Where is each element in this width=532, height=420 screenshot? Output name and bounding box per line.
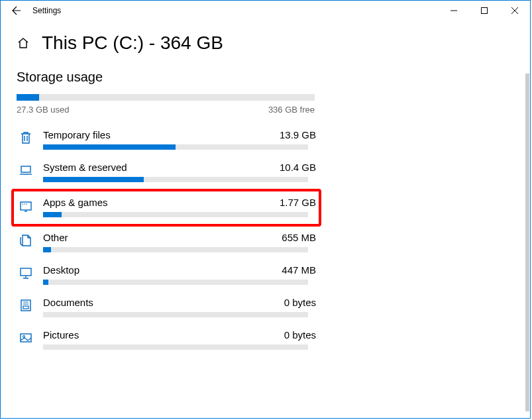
monitor-icon [17,266,35,280]
svg-rect-7 [21,300,30,311]
settings-window: Settings This PC (C:) - 364 GB Storage u… [0,0,531,419]
svg-point-3 [22,203,23,205]
svg-point-10 [23,336,25,338]
vertical-scrollbar[interactable] [525,74,529,411]
category-body: Other655 MB [43,232,316,252]
minimize-button[interactable] [439,1,469,21]
storage-category-apps[interactable]: Apps & games1.77 GB [11,189,321,227]
category-bar [43,344,308,350]
category-size: 10.4 GB [280,162,316,173]
document-icon [17,298,35,313]
storage-category-other[interactable]: Other655 MB [17,227,316,259]
app-title: Settings [32,6,61,15]
maximize-button[interactable] [469,1,500,21]
category-bar-fill [43,280,48,285]
back-button[interactable] [6,1,27,21]
category-name: Pictures [43,329,79,341]
trash-icon [17,131,35,145]
titlebar: Settings [1,1,530,21]
svg-rect-2 [21,202,31,210]
content-area: Storage usage 27.3 GB used 336 GB free T… [1,59,332,356]
home-icon [17,36,30,50]
svg-rect-9 [21,334,31,342]
used-label: 27.3 GB used [17,105,70,115]
close-button[interactable] [500,1,530,21]
category-size: 655 MB [282,232,316,243]
svg-point-4 [24,203,25,205]
category-body: Apps & games1.77 GB [43,197,316,217]
home-button[interactable] [17,36,30,50]
category-name: Documents [43,297,93,308]
laptop-icon [17,163,35,178]
minimize-icon [451,7,457,14]
category-size: 0 bytes [284,329,316,341]
storage-category-desktop[interactable]: Desktop447 MB [17,259,316,291]
svg-rect-8 [23,306,28,309]
category-body: Pictures0 bytes [43,329,316,350]
category-bar-fill [43,177,144,182]
category-name: System & reserved [43,162,127,173]
storage-category-pics[interactable]: Pictures0 bytes [17,324,316,356]
page-icon [17,233,35,248]
category-bar [43,247,308,252]
overall-labels: 27.3 GB used 336 GB free [17,105,315,115]
category-bar [43,312,308,317]
category-name: Apps & games [43,197,108,208]
section-title: Storage usage [17,70,316,85]
category-size: 13.9 GB [280,129,316,140]
category-name: Other [43,232,68,243]
category-bar [43,144,308,150]
svg-point-5 [26,203,27,205]
maximize-icon [481,7,488,14]
category-name: Temporary files [43,129,111,140]
back-arrow-icon [11,5,22,16]
category-size: 1.77 GB [280,197,316,208]
category-bar-fill [43,212,62,217]
category-body: System & reserved10.4 GB [43,162,316,182]
category-bar-fill [43,144,176,150]
category-size: 0 bytes [284,297,316,308]
page-title: This PC (C:) - 364 GB [42,32,223,54]
category-body: Temporary files13.9 GB [43,129,316,150]
storage-category-temp[interactable]: Temporary files13.9 GB [17,124,316,156]
overall-usage-bar [17,94,315,101]
free-label: 336 GB free [268,105,315,115]
category-name: Desktop [43,264,80,276]
svg-rect-0 [482,8,488,14]
category-size: 447 MB [282,264,316,276]
close-icon [511,7,518,14]
page-header: This PC (C:) - 364 GB [1,21,530,59]
overall-usage-fill [17,94,39,101]
storage-category-system[interactable]: System & reserved10.4 GB [17,156,316,189]
svg-rect-1 [21,166,30,172]
storage-category-docs[interactable]: Documents0 bytes [17,291,316,324]
category-bar [43,212,308,217]
category-bar [43,177,308,182]
picture-icon [17,331,35,345]
category-body: Documents0 bytes [43,297,316,317]
category-bar [43,280,308,285]
category-bar-fill [43,247,51,252]
apps-icon [17,198,35,213]
category-body: Desktop447 MB [43,264,316,285]
window-controls [439,1,530,21]
svg-rect-6 [21,268,31,276]
